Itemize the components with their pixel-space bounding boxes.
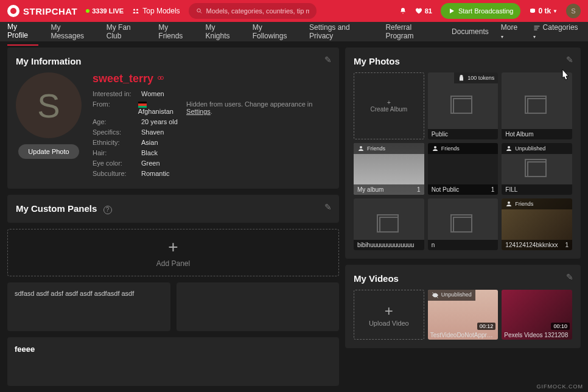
video-name: TestVideoDoNotApprove <box>428 331 499 340</box>
album-item[interactable]: Hot Album <box>502 72 572 139</box>
album-name: n <box>428 240 499 250</box>
plus-icon: + <box>387 99 391 106</box>
album-tag: Friends <box>428 143 499 154</box>
info-row: Hair:Black <box>93 149 331 156</box>
album-name: My album1 <box>354 184 424 195</box>
video-duration: 00:12 <box>477 323 496 330</box>
brand-name: STRIPCHAT <box>23 6 77 16</box>
eye-off-icon <box>505 145 513 152</box>
edit-panels-button[interactable]: ✎ <box>324 202 332 212</box>
svg-point-6 <box>360 146 362 149</box>
tab-settings-privacy[interactable]: Settings and Privacy <box>309 18 373 45</box>
settings-link[interactable]: Settings <box>186 108 211 115</box>
token-balance[interactable]: 0 tk ▼ <box>529 7 558 15</box>
album-tag: Unpublished <box>502 143 572 154</box>
panel-title: My Videos <box>354 273 572 284</box>
custom-panel-2[interactable] <box>177 282 340 331</box>
my-information-panel: My Information ✎ S Update Photo sweet_te… <box>7 47 339 189</box>
album-name: FILL <box>502 184 572 195</box>
profile-avatar: S <box>16 72 82 138</box>
album-item[interactable]: FriendsMy album1 <box>354 143 424 195</box>
info-row: Age:20 years old <box>93 118 331 125</box>
search-icon <box>196 7 203 15</box>
categories-dropdown[interactable]: Categories ▾ <box>533 18 581 45</box>
custom-panel-1[interactable]: sdfasd asdf adsf asdf asdf asdfasdf asdf <box>7 282 170 331</box>
search-input[interactable] <box>206 7 309 15</box>
stack-icon <box>453 98 472 114</box>
play-icon <box>448 7 455 15</box>
album-item[interactable]: bibihuuuuuuuuuuuuu <box>354 198 424 250</box>
my-photos-panel: My Photos ✎ +Create Album 100 tokensPubl… <box>345 47 581 259</box>
chevron-down-icon: ▾ <box>501 34 503 40</box>
upload-video-box[interactable]: +Upload Video <box>354 290 424 340</box>
panel-title: My Custom Panels <box>16 203 100 214</box>
chevron-down-icon: ▾ <box>533 34 536 40</box>
info-row: Ethnicity:Asian <box>93 139 331 146</box>
album-name: Hot Album <box>502 129 572 139</box>
tab-documents[interactable]: Documents <box>452 23 489 41</box>
svg-point-0 <box>133 9 135 11</box>
info-key: Eye color: <box>93 159 141 167</box>
edit-info-button[interactable]: ✎ <box>324 55 332 65</box>
my-custom-panels: My Custom Panels ? ✎ <box>7 195 339 223</box>
album-name: bibihuuuuuuuuuuuuu <box>354 240 424 250</box>
plus-icon: + <box>168 237 178 257</box>
search-box[interactable] <box>189 3 317 19</box>
info-key: Specifics: <box>93 128 141 136</box>
album-item[interactable]: n <box>428 198 499 250</box>
live-count[interactable]: 3339 LIVE <box>86 7 124 15</box>
info-value: 20 years old <box>141 118 178 125</box>
my-videos-panel: My Videos ✎ +Upload Video Unpublished00:… <box>345 265 581 348</box>
info-row: Eye color:Green <box>93 159 331 167</box>
info-row: Specifics:Shaven <box>93 128 331 136</box>
add-panel-box[interactable]: + Add Panel <box>7 229 339 276</box>
info-row: From:AfghanistanHidden from users. Chang… <box>93 100 331 115</box>
album-name: 124124124bkknkxx1 <box>502 240 572 250</box>
update-photo-button[interactable]: Update Photo <box>18 144 79 159</box>
album-item[interactable]: FriendsNot Public1 <box>428 143 499 195</box>
tab-my-messages[interactable]: My Messages <box>51 18 94 45</box>
tab-my-fan-club[interactable]: My Fan Club <box>107 18 147 45</box>
friends-icon <box>357 145 365 152</box>
video-item[interactable]: Unpublished00:12TestVideoDoNotApprove <box>428 290 499 340</box>
info-key: From: <box>93 100 138 115</box>
start-broadcasting-button[interactable]: Start Broadcasting <box>441 3 521 19</box>
tab-my-followings[interactable]: My Followings <box>253 18 297 45</box>
svg-point-9 <box>508 201 510 204</box>
tab-my-profile[interactable]: My Profile <box>7 18 38 46</box>
info-value: Black <box>141 149 158 156</box>
tab-my-knights[interactable]: My Knights <box>206 18 240 45</box>
info-key: Age: <box>93 118 141 125</box>
album-tag: Friends <box>354 143 424 154</box>
notifications-icon[interactable] <box>399 7 407 15</box>
chevron-down-icon: ▼ <box>553 9 558 14</box>
user-avatar[interactable]: S <box>566 4 581 18</box>
edit-videos-button[interactable]: ✎ <box>566 272 573 282</box>
top-models-link[interactable]: Top Models <box>132 7 180 15</box>
album-item[interactable]: Friends124124124bkknkxx1 <box>502 198 572 250</box>
stack-icon <box>527 161 547 177</box>
edit-photos-button[interactable]: ✎ <box>566 55 573 65</box>
info-value: Romantic <box>141 170 169 177</box>
coins-icon <box>529 7 536 15</box>
tab-my-friends[interactable]: My Friends <box>158 18 193 45</box>
create-album-box[interactable]: +Create Album <box>354 72 424 139</box>
album-item[interactable]: 100 tokensPublic <box>428 72 499 139</box>
info-row: Subculture:Romantic <box>93 170 331 177</box>
info-value: Women <box>141 90 164 97</box>
panel-title: My Information <box>16 56 331 66</box>
video-name: Pexels Videos 1321208 <box>502 331 572 340</box>
video-item[interactable]: 00:10Pexels Videos 1321208 <box>502 290 572 340</box>
hidden-note: Hidden from users. Change appearance in … <box>186 100 331 115</box>
favorites-count[interactable]: 81 <box>415 7 432 15</box>
tab-more[interactable]: More ▾ <box>501 18 521 45</box>
custom-panel-3[interactable]: feeee <box>7 337 339 386</box>
gender-icon <box>157 75 164 83</box>
help-icon[interactable]: ? <box>103 206 112 214</box>
info-key: Hair: <box>93 149 141 156</box>
nav-tabs: My Profile My Messages My Fan Club My Fr… <box>0 22 588 41</box>
brand-logo[interactable]: STRIPCHAT <box>7 5 77 17</box>
album-item[interactable]: UnpublishedFILL <box>502 143 572 195</box>
username: sweet_terry <box>93 72 331 85</box>
tab-referral-program[interactable]: Referral Program <box>385 18 439 45</box>
